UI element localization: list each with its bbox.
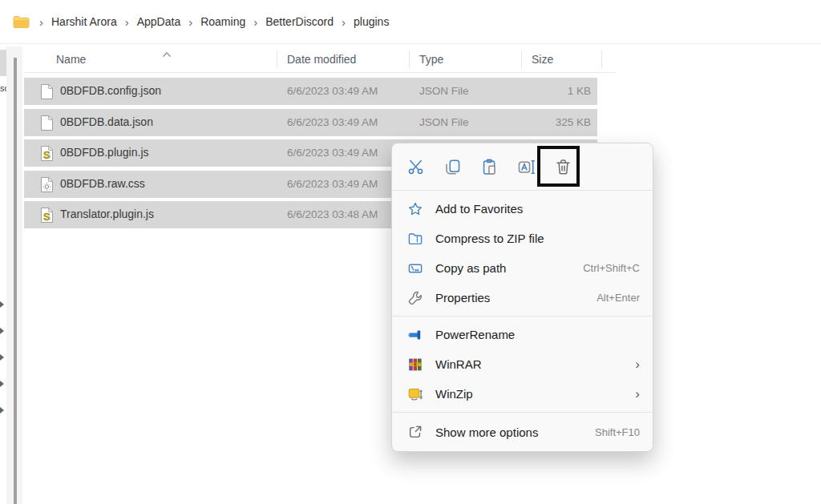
file-row[interactable]: 0BDFDB.data.json 6/6/2023 03:49 AM JSON … <box>24 109 597 136</box>
menu-item-show-more-options[interactable]: Show more options Shift+F10 <box>392 416 653 448</box>
breadcrumb: Harshit Arora AppData Roaming BetterDisc… <box>0 0 821 44</box>
menu-item-label: Add to Favorites <box>435 202 640 216</box>
rename-icon[interactable] <box>508 149 544 184</box>
nav-pane-clipped-item <box>0 50 6 76</box>
winzip-icon <box>406 386 424 402</box>
wrench-icon <box>406 290 424 306</box>
tree-expand-chevron-icon[interactable] <box>0 377 4 390</box>
copy-path-icon <box>406 260 424 276</box>
tree-expand-chevron-icon[interactable] <box>0 325 4 337</box>
breadcrumb-separator-icon <box>253 15 257 29</box>
menu-item-properties[interactable]: Properties Alt+Enter <box>392 283 653 312</box>
breadcrumb-item-betterdiscord[interactable]: BetterDiscord <box>265 15 334 28</box>
file-explorer-window: Harshit Arora AppData Roaming BetterDisc… <box>0 0 821 504</box>
file-type: JSON File <box>419 85 469 97</box>
file-date: 6/6/2023 03:49 AM <box>287 85 378 97</box>
menu-separator <box>392 412 653 413</box>
file-type: JSON File <box>419 116 469 128</box>
menu-item-add-to-favorites[interactable]: Add to Favorites <box>392 194 653 224</box>
file-date: 6/6/2023 03:49 AM <box>287 116 378 128</box>
file-name: 0BDFDB.plugin.js <box>60 146 149 159</box>
powerrename-icon <box>406 327 424 343</box>
column-header-row: Name Date modified Type Size <box>24 46 616 73</box>
column-header-name[interactable]: Name <box>56 53 86 66</box>
paste-icon[interactable] <box>471 149 508 184</box>
context-menu-toolbar <box>392 147 653 187</box>
tree-expand-chevron-icon[interactable] <box>0 298 4 311</box>
breadcrumb-separator-icon <box>188 15 192 29</box>
breadcrumb-item-plugins[interactable]: plugins <box>354 15 389 28</box>
menu-item-shortcut: Ctrl+Shift+C <box>583 262 640 274</box>
file-date: 6/6/2023 03:49 AM <box>287 147 378 159</box>
menu-item-label: WinZip <box>435 387 635 401</box>
svg-text:S: S <box>43 211 51 223</box>
menu-item-shortcut: Shift+F10 <box>595 426 640 438</box>
winrar-icon <box>406 357 424 373</box>
menu-item-label: Properties <box>435 291 597 304</box>
column-divider[interactable] <box>409 50 410 68</box>
document-file-icon <box>40 83 54 103</box>
submenu-chevron-icon <box>635 387 640 401</box>
svg-text:S: S <box>43 149 51 161</box>
zip-folder-icon <box>406 231 424 247</box>
folder-icon <box>13 15 30 29</box>
document-file-icon <box>40 115 54 135</box>
column-header-type[interactable]: Type <box>419 53 443 66</box>
file-name: 0BDFDB.config.json <box>60 84 161 97</box>
breadcrumb-item-appdata[interactable]: AppData <box>137 15 180 28</box>
menu-item-winrar[interactable]: WinRAR <box>392 349 653 379</box>
breadcrumb-item-roaming[interactable]: Roaming <box>200 15 245 28</box>
menu-separator <box>392 190 653 191</box>
file-name: 0BDFDB.raw.css <box>60 177 145 190</box>
tree-expand-chevron-icon[interactable] <box>0 404 4 417</box>
breadcrumb-separator-icon <box>39 15 43 29</box>
menu-item-compress-to-zip[interactable]: Compress to ZIP file <box>392 224 653 253</box>
menu-item-label: PowerRename <box>435 328 640 341</box>
menu-item-powerrename[interactable]: PowerRename <box>392 320 653 349</box>
menu-item-winzip[interactable]: WinZip <box>392 379 653 409</box>
menu-item-label: Show more options <box>435 425 595 439</box>
file-size: 325 KB <box>556 116 591 128</box>
file-row[interactable]: 0BDFDB.config.json 6/6/2023 03:49 AM JSO… <box>24 78 597 105</box>
tree-expand-chevron-icon[interactable] <box>0 351 4 364</box>
nav-scrollbar-thumb[interactable] <box>14 58 17 504</box>
context-menu: Add to Favorites Compress to ZIP file <box>391 143 653 452</box>
column-divider[interactable] <box>601 50 602 68</box>
star-icon <box>406 201 424 217</box>
script-file-icon: S <box>40 145 54 165</box>
gear-document-file-icon <box>40 176 54 196</box>
menu-item-label: WinRAR <box>435 357 635 371</box>
column-divider[interactable] <box>277 50 277 68</box>
copy-icon[interactable] <box>434 149 471 184</box>
delete-icon[interactable] <box>544 149 581 184</box>
menu-item-shortcut: Alt+Enter <box>597 292 640 304</box>
menu-item-label: Copy as path <box>435 261 583 275</box>
menu-item-copy-as-path[interactable]: Copy as path Ctrl+Shift+C <box>392 253 653 283</box>
file-date: 6/6/2023 03:48 AM <box>287 208 378 220</box>
breadcrumb-item-user[interactable]: Harshit Arora <box>51 15 117 28</box>
file-date: 6/6/2023 03:49 AM <box>287 178 378 190</box>
cut-icon[interactable] <box>397 149 434 184</box>
menu-separator <box>392 316 653 317</box>
script-file-icon: S <box>40 207 54 227</box>
show-more-options-icon <box>406 424 424 440</box>
sort-ascending-icon <box>162 47 172 60</box>
submenu-chevron-icon <box>635 357 640 371</box>
file-name: Translator.plugin.js <box>60 208 154 220</box>
breadcrumb-separator-icon <box>125 15 129 29</box>
column-header-date-modified[interactable]: Date modified <box>287 53 356 66</box>
column-divider[interactable] <box>521 50 522 68</box>
menu-item-label: Compress to ZIP file <box>435 232 640 245</box>
breadcrumb-separator-icon <box>342 15 346 29</box>
file-size: 1 KB <box>568 85 591 97</box>
file-name: 0BDFDB.data.json <box>60 115 153 128</box>
column-header-size[interactable]: Size <box>532 53 553 66</box>
